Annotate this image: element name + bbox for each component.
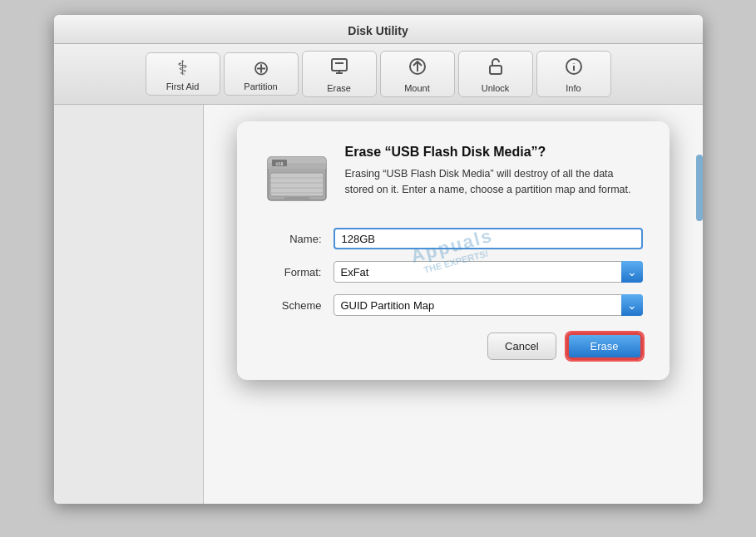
unlock-icon xyxy=(486,57,506,80)
unlock-button[interactable]: Unlock xyxy=(458,51,533,97)
name-input[interactable] xyxy=(334,228,643,249)
cancel-button[interactable]: Cancel xyxy=(487,333,556,360)
main-content: USB Erase “USB Flash Disk Media”? Erasin… xyxy=(54,105,703,504)
svg-rect-0 xyxy=(332,59,347,71)
erase-button[interactable]: Erase xyxy=(302,51,377,97)
modal-header: USB Erase “USB Flash Disk Media”? Erasin… xyxy=(264,145,643,211)
svg-rect-20 xyxy=(284,197,309,200)
sidebar xyxy=(54,105,204,504)
disk-image-icon: USB xyxy=(264,145,330,211)
svg-rect-6 xyxy=(490,66,502,74)
scheme-row: Scheme GUID Partition Map Master Boot Re… xyxy=(264,294,643,316)
partition-button[interactable]: ⊕ Partition xyxy=(224,52,299,96)
info-button[interactable]: Info xyxy=(536,51,611,97)
scheme-select-wrapper: GUID Partition Map Master Boot Record Ap… xyxy=(334,294,643,316)
modal-title-area: Erase “USB Flash Disk Media”? Erasing “U… xyxy=(345,145,643,198)
dialog-area: USB Erase “USB Flash Disk Media”? Erasin… xyxy=(204,105,703,504)
title-bar: Disk Utility xyxy=(54,15,703,44)
mount-button[interactable]: Mount xyxy=(380,51,455,97)
first-aid-label: First Aid xyxy=(166,81,200,91)
erase-dialog: USB Erase “USB Flash Disk Media”? Erasin… xyxy=(237,121,670,380)
dialog-description: Erasing “USB Flash Disk Media” will dest… xyxy=(345,166,643,198)
name-row: Name: xyxy=(264,228,643,249)
button-row: Cancel Erase xyxy=(264,333,643,360)
erase-confirm-button[interactable]: Erase xyxy=(566,333,643,360)
toolbar: ⚕ First Aid ⊕ Partition Erase xyxy=(54,44,703,105)
format-select-wrapper: ExFat Mac OS Extended (Journaled) MS-DOS… xyxy=(334,261,643,283)
dialog-title: Erase “USB Flash Disk Media”? xyxy=(345,145,643,160)
first-aid-button[interactable]: ⚕ First Aid xyxy=(146,52,220,96)
format-label: Format: xyxy=(264,266,322,278)
format-row: Format: ExFat Mac OS Extended (Journaled… xyxy=(264,261,643,283)
format-select[interactable]: ExFat Mac OS Extended (Journaled) MS-DOS… xyxy=(334,261,643,283)
unlock-label: Unlock xyxy=(482,83,510,93)
scroll-indicator[interactable] xyxy=(696,155,703,221)
partition-icon: ⊕ xyxy=(253,58,269,78)
svg-text:USB: USB xyxy=(275,161,283,166)
first-aid-icon: ⚕ xyxy=(177,58,188,78)
partition-label: Partition xyxy=(244,81,277,91)
app-window: Disk Utility ⚕ First Aid ⊕ Partition Era… xyxy=(54,15,703,504)
scheme-label: Scheme xyxy=(264,299,322,312)
form-section: Name: Format: ExFat Mac OS Extended (Jou… xyxy=(264,228,643,316)
scheme-select[interactable]: GUID Partition Map Master Boot Record Ap… xyxy=(334,294,643,316)
mount-icon xyxy=(408,57,427,80)
erase-label: Erase xyxy=(327,83,351,93)
name-label: Name: xyxy=(264,233,322,245)
info-label: Info xyxy=(566,83,581,93)
window-title: Disk Utility xyxy=(348,24,408,37)
info-icon xyxy=(564,57,584,80)
mount-label: Mount xyxy=(404,83,430,93)
erase-icon xyxy=(329,57,349,80)
